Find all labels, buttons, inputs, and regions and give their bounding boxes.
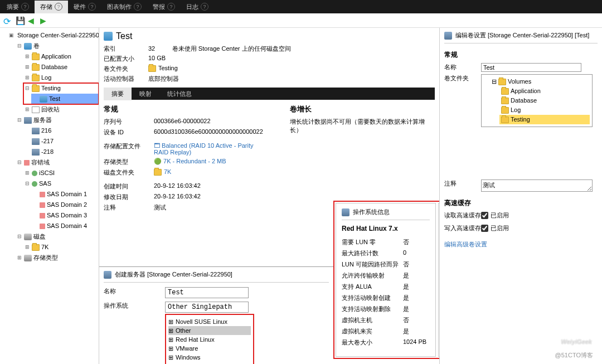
subtabs: 摘要 映射 统计信息 [104, 88, 435, 100]
prop-index-k: 索引 [104, 45, 148, 53]
tree-fault-domain[interactable]: ⊟容错域 [16, 157, 99, 168]
os-compare: 操作系统信息 Red Hat Linux 7.x 需要 LUN 零否最大路径计数… [333, 201, 439, 359]
create-server-dialog: 创建服务器 [Storage Center-Serial-222950] 名称 … [99, 266, 333, 364]
help-icon[interactable]: ? [21, 3, 29, 11]
tree-sas-domain[interactable]: SAS Domain 4 [31, 221, 99, 231]
tree-volumes[interactable]: ⊟卷 [16, 41, 99, 51]
write-cache-checkbox[interactable]: 已启用 [481, 224, 509, 232]
tree-storage-types[interactable]: ⊞存储类型 [16, 253, 99, 263]
volfolder-link[interactable]: Testing [148, 65, 435, 73]
dialog-icon [104, 271, 111, 279]
tree-folder-testing[interactable]: ⊟Testing [23, 83, 99, 94]
growth-heading: 卷增长 [290, 104, 435, 114]
tree-folder-database[interactable]: ⊞Database [23, 62, 99, 72]
os-options[interactable]: ⊞ Novell SUSE Linux⊞ Other⊞ Red Hat Linu… [165, 314, 254, 364]
help-icon[interactable]: ? [134, 3, 142, 11]
credit: @51CTO博客 [555, 351, 593, 360]
help-icon[interactable]: ? [167, 3, 175, 11]
dfolder-link[interactable]: 7K [154, 168, 268, 177]
os-icon [342, 208, 349, 216]
stype-link[interactable]: 🟢 7K - Redundant - 2 MB [154, 158, 268, 166]
right-notes[interactable] [481, 179, 593, 192]
tree-sas-domain[interactable]: SAS Domain 1 [31, 189, 99, 200]
dialog-title: 创建服务器 [Storage Center-Serial-222950] [115, 270, 232, 279]
subtab-summary[interactable]: 摘要 [104, 88, 132, 100]
right-tree-item[interactable]: Application [499, 86, 590, 96]
subtab-mapping[interactable]: 映射 [132, 88, 159, 100]
menu-storage[interactable]: 存储 ? [35, 1, 68, 13]
menu-alerts[interactable]: 警报 ? [147, 1, 181, 13]
tree-server-item[interactable]: -217 [23, 136, 99, 147]
nav-tree[interactable]: ▣Storage Center-Serial-222950 ⊟卷 ⊞Applic… [0, 28, 99, 364]
toolbar: ⟳ 💾 ◀ ▶ [0, 13, 602, 28]
os-box-a: 操作系统信息 Red Hat Linux 7.x 需要 LUN 零否最大路径计数… [336, 203, 436, 357]
tree-root[interactable]: ▣Storage Center-Serial-222950 [8, 30, 99, 41]
right-panel: 编辑卷设置 [Storage Center-Serial-222950] [Te… [439, 28, 602, 364]
right-tree-item[interactable]: Log [499, 105, 590, 115]
help-icon[interactable]: ? [201, 3, 208, 11]
save-icon[interactable]: 💾 [16, 16, 25, 25]
page-title: Test [116, 31, 132, 41]
os-option[interactable]: ⊞ VMware [168, 344, 251, 353]
tree-disks[interactable]: ⊟磁盘 [16, 231, 99, 242]
tree-folder-log[interactable]: ⊞Log [23, 72, 99, 83]
right-tree-item[interactable]: Testing [499, 115, 590, 124]
general-heading: 常规 [104, 104, 268, 114]
tree-iscsi[interactable]: ⊞iSCSI [23, 168, 99, 178]
os-select[interactable]: Other Singlepath [165, 302, 249, 313]
help-icon[interactable]: ? [55, 3, 62, 11]
tree-recycle[interactable]: ⊞回收站 [23, 104, 99, 115]
center-panel: Test 索引 32 卷未使用 Storage Center 上的任何磁盘空间 … [99, 28, 439, 364]
tree-disk-item[interactable]: ⊞7K [23, 242, 99, 253]
refresh-icon[interactable]: ⟳ [3, 16, 12, 25]
tree-server-item[interactable]: 216 [23, 125, 99, 136]
tree-volume-test[interactable]: Test [31, 94, 99, 104]
tree-sas-domain[interactable]: SAS Domain 2 [31, 200, 99, 210]
os-box-b: 操作系统信息 Windows 2012 需要 LUN 零否最大路径计数1LUN … [438, 203, 439, 357]
back-icon[interactable]: ◀ [28, 16, 37, 25]
settings-icon [444, 32, 452, 40]
menu-chart[interactable]: 图表制作 ? [101, 1, 147, 13]
os-option[interactable]: ⊞ Novell SUSE Linux [168, 317, 251, 326]
read-cache-checkbox[interactable]: 已启用 [481, 211, 509, 220]
growth-note: 增长统计数据尚不可用（需要数天的数据来计算增长） [290, 118, 435, 134]
os-option[interactable]: ⊞ XenServer [168, 362, 251, 364]
os-option[interactable]: ⊞ Windows [168, 353, 251, 362]
tree-servers[interactable]: ⊟服务器 [16, 115, 99, 125]
tree-sas[interactable]: ⊟SAS [23, 178, 99, 189]
right-title: 编辑卷设置 [Storage Center-Serial-222950] [Te… [455, 31, 589, 40]
forward-icon[interactable]: ▶ [40, 16, 49, 25]
right-tree-item[interactable]: Database [499, 96, 590, 105]
os-option[interactable]: ⊞ Other [168, 326, 251, 335]
subtab-stats[interactable]: 统计信息 [159, 88, 200, 100]
top-menu: 摘要 ? 存储 ? 硬件 ? 图表制作 ? 警报 ? 日志 ? [0, 0, 602, 13]
menu-hardware[interactable]: 硬件 ? [68, 1, 101, 13]
advanced-link[interactable]: 编辑高级卷设置 [444, 240, 487, 249]
volume-icon [104, 32, 113, 41]
tree-sas-domain[interactable]: SAS Domain 3 [31, 210, 99, 221]
os-option[interactable]: ⊞ Red Hat Linux [168, 335, 251, 344]
os-name-a: Red Hat Linux 7.x [342, 225, 430, 232]
menu-logs[interactable]: 日志 ? [181, 1, 214, 13]
right-folder-tree[interactable]: ⊟Volumes ApplicationDatabaseLogTesting [481, 74, 593, 127]
help-icon[interactable]: ? [88, 3, 96, 11]
right-name-input[interactable] [481, 63, 581, 72]
tree-server-item[interactable]: -218 [23, 147, 99, 157]
tree-folder-application[interactable]: ⊞Application [23, 51, 99, 62]
profile-link[interactable]: 🗔 Balanced (RAID 10 Active - Parity RAID… [154, 142, 268, 156]
name-input[interactable]: Test [165, 287, 249, 298]
menu-summary[interactable]: 摘要 ? [1, 1, 35, 13]
